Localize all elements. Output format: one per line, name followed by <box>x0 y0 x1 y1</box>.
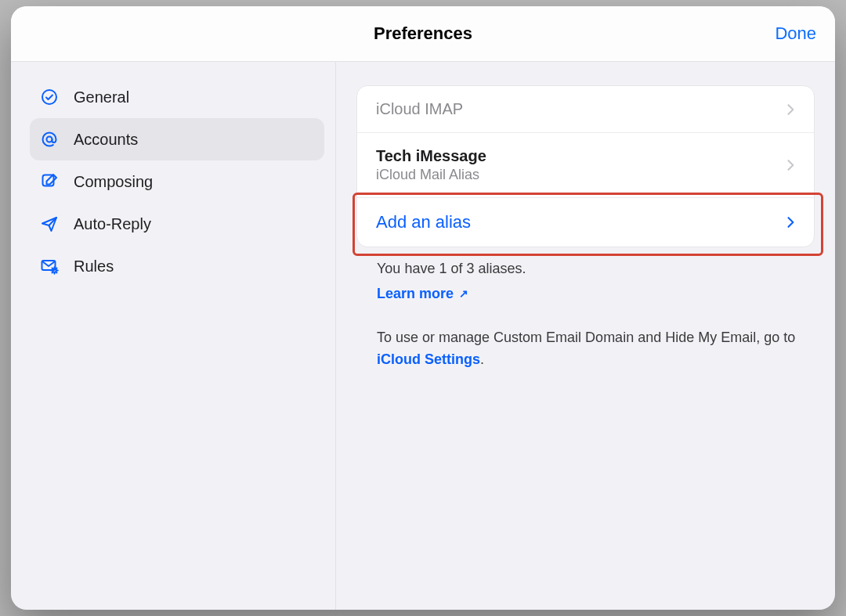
sidebar-item-label: Rules <box>74 258 114 276</box>
account-row-text: iCloud IMAP <box>376 100 463 118</box>
content-pane: iCloud IMAP Tech iMessage iCloud Mail Al… <box>336 62 835 610</box>
account-row-title: Tech iMessage <box>376 147 486 165</box>
account-row-text: Tech iMessage iCloud Mail Alias <box>376 147 486 183</box>
preferences-sheet: Preferences Done GeneralAccountsComposin… <box>11 6 835 610</box>
svg-point-1 <box>47 137 52 142</box>
envelope-gear-icon <box>39 256 60 276</box>
account-row[interactable]: Tech iMessage iCloud Mail Alias <box>357 132 814 197</box>
account-row-subtitle: iCloud Mail Alias <box>376 167 486 183</box>
icloud-settings-link[interactable]: iCloud Settings <box>377 351 480 367</box>
sidebar-item-label: Accounts <box>74 131 138 149</box>
done-button[interactable]: Done <box>775 23 816 44</box>
svg-point-0 <box>42 90 56 104</box>
chevron-right-icon <box>783 102 798 117</box>
chevron-right-icon <box>783 214 798 230</box>
sidebar-item-label: Composing <box>74 173 153 191</box>
account-row-title: Add an alias <box>376 212 471 232</box>
sheet-body: GeneralAccountsComposingAuto-ReplyRules … <box>11 62 835 610</box>
sheet-header: Preferences Done <box>11 6 835 62</box>
accounts-card: iCloud IMAP Tech iMessage iCloud Mail Al… <box>356 85 815 247</box>
sidebar-item-auto-reply[interactable]: Auto-Reply <box>30 203 324 245</box>
external-arrow-icon: ↗ <box>459 287 468 300</box>
sidebar: GeneralAccountsComposingAuto-ReplyRules <box>11 62 336 610</box>
sidebar-item-accounts[interactable]: Accounts <box>30 118 324 160</box>
accounts-card-wrap: iCloud IMAP Tech iMessage iCloud Mail Al… <box>356 85 815 247</box>
sidebar-item-label: General <box>74 88 129 106</box>
background-obscured-text <box>0 0 11 616</box>
alias-status-text: You have 1 of 3 aliases. <box>377 258 808 280</box>
custom-domain-text: To use or manage Custom Email Domain and… <box>377 327 808 371</box>
paper-plane-icon <box>39 214 60 234</box>
add-alias-button[interactable]: Add an alias <box>357 197 814 247</box>
account-row-text: Add an alias <box>376 212 471 232</box>
accounts-info: You have 1 of 3 aliases. Learn more ↗ To… <box>356 247 815 371</box>
at-icon <box>39 129 60 149</box>
learn-more-link[interactable]: Learn more ↗ <box>377 286 468 301</box>
sidebar-item-composing[interactable]: Composing <box>30 160 324 203</box>
check-circle-icon <box>39 87 60 107</box>
sidebar-item-rules[interactable]: Rules <box>30 245 324 287</box>
account-row[interactable]: iCloud IMAP <box>357 86 814 132</box>
compose-icon <box>39 171 60 192</box>
sidebar-item-general[interactable]: General <box>30 76 324 118</box>
account-row-title: iCloud IMAP <box>376 100 463 118</box>
sheet-title: Preferences <box>374 23 472 44</box>
chevron-right-icon <box>783 157 798 173</box>
sidebar-item-label: Auto-Reply <box>74 215 151 233</box>
